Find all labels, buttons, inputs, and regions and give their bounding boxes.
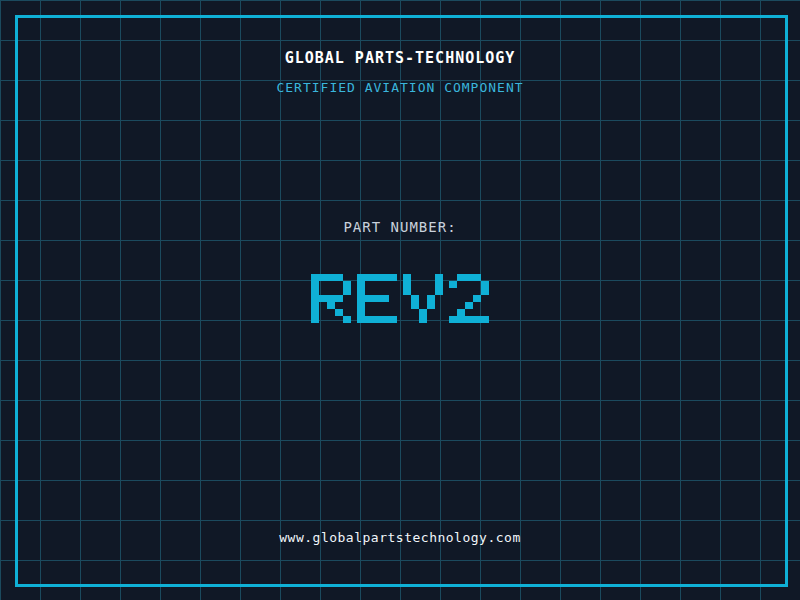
- website-url[interactable]: www.globalpartstechnology.com: [0, 531, 800, 546]
- part-number-label: PART NUMBER:: [0, 219, 800, 235]
- company-name: GLOBAL PARTS-TECHNOLOGY: [0, 50, 800, 67]
- part-number-value: [0, 274, 800, 323]
- certification-tagline: CERTIFIED AVIATION COMPONENT: [0, 81, 800, 96]
- certificate-screen: GLOBAL PARTS-TECHNOLOGY CERTIFIED AVIATI…: [0, 0, 800, 600]
